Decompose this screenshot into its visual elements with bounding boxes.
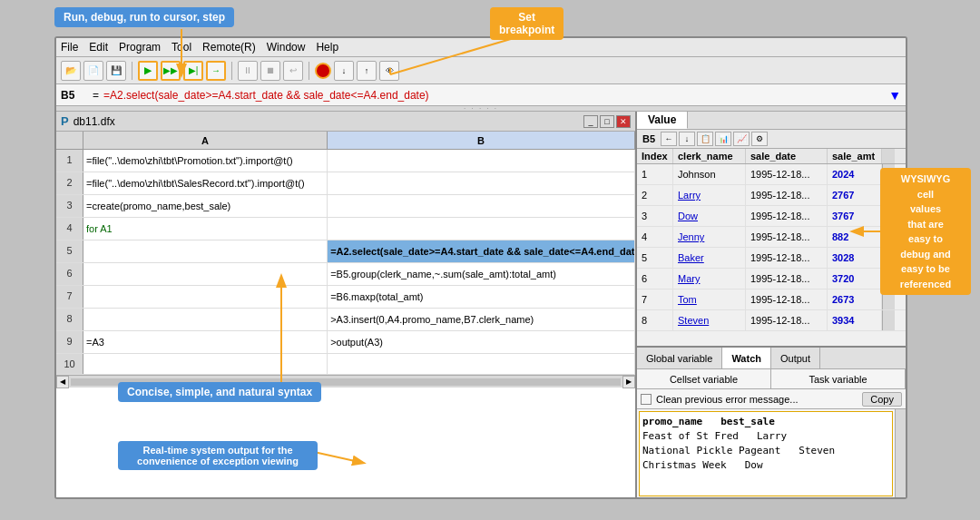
cell-clerk[interactable]: Dow <box>673 206 746 226</box>
cell-clerk[interactable]: Baker <box>673 248 746 268</box>
menu-help[interactable]: Help <box>316 41 338 54</box>
dt-scroll-header <box>882 149 895 163</box>
cell-5b[interactable]: =A2.select(sale_date>=A4.start_date && s… <box>328 240 635 262</box>
list-item: Christmas WeekDow <box>642 458 889 473</box>
minimize-button[interactable]: _ <box>583 115 598 128</box>
cell-8a[interactable] <box>83 309 328 330</box>
cell-6b[interactable]: =B5.group(clerk_name,~.sum(sale_amt):tot… <box>328 263 635 285</box>
tab-global-variable[interactable]: Global variable <box>637 348 722 368</box>
menu-edit[interactable]: Edit <box>89 41 108 54</box>
table-row: 9 =A3 >output(A3) <box>56 331 635 354</box>
menu-window[interactable]: Window <box>267 41 306 54</box>
table-row: 1 =file("..\demo\zhi\tbt\Promotion.txt")… <box>56 150 635 172</box>
restore-button[interactable]: □ <box>600 115 614 128</box>
cell-9a[interactable]: =A3 <box>83 331 328 353</box>
cell-2a[interactable]: =file("..\demo\zhi\tbt\SalesRecord.txt")… <box>83 172 328 194</box>
cell-10b[interactable] <box>328 354 635 374</box>
stop-button[interactable]: ⏹ <box>260 61 280 81</box>
cell-5a[interactable] <box>83 240 328 262</box>
cell-10a[interactable] <box>83 354 328 374</box>
menu-program[interactable]: Program <box>119 41 161 54</box>
task-variable-tab[interactable]: Task variable <box>771 369 906 388</box>
cell-2b[interactable] <box>328 172 635 194</box>
col-a-header[interactable]: A <box>83 132 328 149</box>
cell-4a[interactable]: for A1 <box>83 218 328 240</box>
cell-8b[interactable]: >A3.insert(0,A4.promo_name,B7.clerk_name… <box>328 309 635 330</box>
table-row: 6 =B5.group(clerk_name,~.sum(sale_amt):t… <box>56 263 635 286</box>
clean-error-checkbox[interactable] <box>641 394 652 405</box>
table-row: 3 =create(promo_name,best_sale) <box>56 195 635 218</box>
vt-btn-5[interactable]: 📈 <box>733 132 750 146</box>
cell-index: 8 <box>637 310 673 330</box>
formula-scroll-arrow[interactable]: ▼ <box>888 88 901 103</box>
vt-btn-3[interactable]: 📋 <box>697 132 713 146</box>
list-item: National Pickle PageantSteven <box>642 444 889 458</box>
tab-output[interactable]: Output <box>771 348 820 368</box>
cell-clerk[interactable]: Steven <box>673 310 746 330</box>
output-scrollbar[interactable] <box>895 409 906 498</box>
vt-btn-2[interactable]: ↓ <box>679 132 695 146</box>
main-window: File Edit Program Tool Remote(R) Window … <box>54 36 907 499</box>
vt-btn-1[interactable]: ← <box>661 132 677 146</box>
cell-4b[interactable] <box>328 218 635 240</box>
scroll-right-arrow[interactable]: ▶ <box>622 376 635 388</box>
cell-3a[interactable]: =create(promo_name,best_sale) <box>83 195 328 217</box>
menu-remote[interactable]: Remote(R) <box>202 41 256 54</box>
run-button[interactable]: ▶ <box>138 61 158 81</box>
row-num-3: 3 <box>56 195 83 217</box>
cell-1a[interactable]: =file("..\demo\zhi\tbt\Promotion.txt").i… <box>83 150 328 172</box>
cell-date: 1995-12-18... <box>746 269 828 289</box>
cell-date: 1995-12-18... <box>746 206 828 226</box>
formula-bar: B5 = =A2.select(sale_date>=A4.start_date… <box>56 84 906 106</box>
cell-amt: 3028 <box>828 248 882 268</box>
pause-button[interactable]: ⏸ <box>238 61 258 81</box>
menu-tool[interactable]: Tool <box>172 41 191 54</box>
col-clerk-name: clerk_name <box>673 149 746 163</box>
cell-3b[interactable] <box>328 195 635 217</box>
table-row: 2 Larry 1995-12-18... 2767 <box>637 185 906 206</box>
debug-button[interactable]: ▶▶ <box>161 61 181 81</box>
vt-btn-6[interactable]: ⚙ <box>751 132 768 146</box>
watch-button[interactable]: 👁 <box>379 61 399 81</box>
annotation-breakpoint: Set breakpoint <box>490 7 564 40</box>
cell-date: 1995-12-18... <box>746 289 828 309</box>
close-button[interactable]: ✕ <box>616 115 631 128</box>
step-button[interactable]: → <box>206 61 226 81</box>
cell-reference: B5 <box>61 89 88 102</box>
cell-1b[interactable] <box>328 150 635 172</box>
table-row: 10 <box>56 354 635 375</box>
step-into-button[interactable]: ↓ <box>334 61 354 81</box>
cell-7a[interactable] <box>83 286 328 308</box>
col-sale-amt: sale_amt <box>828 149 882 163</box>
copy-button[interactable]: Copy <box>862 392 902 407</box>
cell-7b[interactable]: =B6.maxp(total_amt) <box>328 286 635 308</box>
tab-value[interactable]: Value <box>637 112 688 129</box>
cell-clerk[interactable]: Larry <box>673 185 746 205</box>
tab-watch[interactable]: Watch <box>722 348 771 368</box>
cell-clerk[interactable]: Mary <box>673 269 746 289</box>
dt-header: Index clerk_name sale_date sale_amt <box>637 149 906 164</box>
row-num-5: 5 <box>56 240 83 262</box>
scroll-left-arrow[interactable]: ◀ <box>56 376 69 388</box>
cell-index: 2 <box>637 185 673 205</box>
col-b-header[interactable]: B <box>328 132 635 149</box>
save-button[interactable]: 💾 <box>106 61 126 81</box>
step-over-button[interactable]: ↩ <box>283 61 303 81</box>
sheet-controls: _ □ ✕ <box>583 115 631 128</box>
formula-content: =A2.select(sale_date>=A4.start_date && s… <box>103 89 884 102</box>
cellset-variable-tab[interactable]: Cellset variable <box>637 369 771 388</box>
cell-amt: 2767 <box>828 185 882 205</box>
cell-9b[interactable]: >output(A3) <box>328 331 635 353</box>
cell-6a[interactable] <box>83 263 328 285</box>
menu-file[interactable]: File <box>61 41 78 54</box>
cell-clerk[interactable]: Jenny <box>673 227 746 247</box>
open-button[interactable]: 📂 <box>61 61 81 81</box>
cell-clerk[interactable]: Tom <box>673 289 746 309</box>
vt-btn-4[interactable]: 📊 <box>715 132 731 146</box>
output-col1: National Pickle Pageant <box>642 444 780 458</box>
cell-clerk: Johnson <box>673 164 746 184</box>
run-to-cursor-button[interactable]: ▶| <box>183 61 203 81</box>
step-out-button[interactable]: ↑ <box>357 61 377 81</box>
breakpoint-button[interactable] <box>315 63 331 79</box>
new-button[interactable]: 📄 <box>83 61 103 81</box>
